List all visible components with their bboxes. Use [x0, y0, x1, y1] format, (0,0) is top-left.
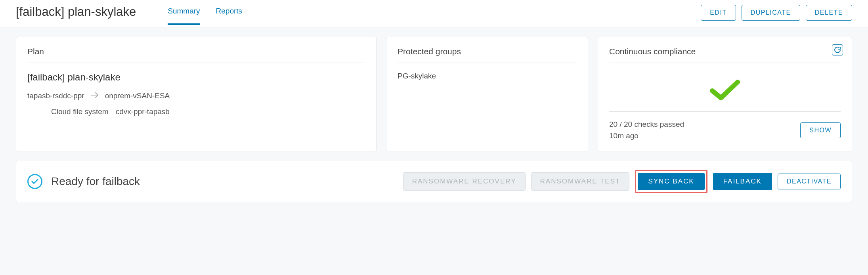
cc-time: 10m ago	[609, 130, 684, 142]
plan-cfs-value: cdvx-ppr-tapasb	[116, 107, 170, 116]
page-header: [failback] plan-skylake Summary Reports …	[0, 0, 868, 27]
plan-path: tapasb-rsddc-ppr onprem-vSAN-ESA	[27, 92, 365, 100]
tab-reports[interactable]: Reports	[216, 7, 243, 25]
refresh-icon[interactable]	[832, 44, 843, 55]
compliance-card: Continuous compliance 20 / 20 checks pas…	[598, 37, 852, 151]
ransomware-recovery-button: RANSOMWARE RECOVERY	[403, 172, 526, 191]
plan-name: [failback] plan-skylake	[27, 72, 365, 83]
sync-back-highlight: SYNC BACK	[635, 170, 707, 193]
header-actions: EDIT DUPLICATE DELETE	[701, 5, 852, 27]
tabs: Summary Reports	[168, 7, 242, 25]
show-button[interactable]: SHOW	[800, 122, 841, 138]
status-ok-icon	[27, 174, 42, 189]
arrow-right-icon	[91, 92, 99, 100]
plan-card: Plan [failback] plan-skylake tapasb-rsdd…	[16, 37, 377, 151]
page-title: [failback] plan-skylake	[16, 5, 136, 27]
cc-checks-line: 20 / 20 checks passed	[609, 119, 684, 130]
cc-footer: 20 / 20 checks passed 10m ago SHOW	[609, 111, 841, 141]
pg-card-title: Protected groups	[398, 47, 577, 63]
failback-button[interactable]: FAILBACK	[713, 173, 772, 190]
plan-source: tapasb-rsddc-ppr	[27, 92, 84, 100]
status-bar: Ready for failback RANSOMWARE RECOVERY R…	[16, 161, 852, 202]
plan-target: onprem-vSAN-ESA	[105, 92, 170, 100]
check-success-icon	[709, 79, 741, 101]
status-text: Ready for failback	[51, 175, 140, 188]
duplicate-button[interactable]: DUPLICATE	[742, 5, 800, 21]
cards-row: Plan [failback] plan-skylake tapasb-rsdd…	[0, 27, 868, 161]
pg-item: PG-skylake	[398, 72, 577, 80]
status-actions: RANSOMWARE RECOVERY RANSOMWARE TEST SYNC…	[403, 170, 841, 193]
protected-groups-card: Protected groups PG-skylake	[386, 37, 588, 151]
plan-cfs-label: Cloud file system	[51, 107, 109, 116]
cc-card-title: Continuous compliance	[609, 47, 841, 63]
cc-summary: 20 / 20 checks passed 10m ago	[609, 119, 684, 141]
plan-card-title: Plan	[27, 47, 365, 63]
plan-cfs: Cloud file system cdvx-ppr-tapasb	[27, 107, 365, 116]
edit-button[interactable]: EDIT	[701, 5, 736, 21]
deactivate-button[interactable]: DEACTIVATE	[778, 174, 841, 189]
compliance-status-icon-wrap	[609, 72, 841, 111]
sync-back-button[interactable]: SYNC BACK	[638, 173, 704, 190]
delete-button[interactable]: DELETE	[806, 5, 852, 21]
ransomware-test-button: RANSOMWARE TEST	[531, 172, 630, 191]
tab-summary[interactable]: Summary	[168, 7, 200, 25]
